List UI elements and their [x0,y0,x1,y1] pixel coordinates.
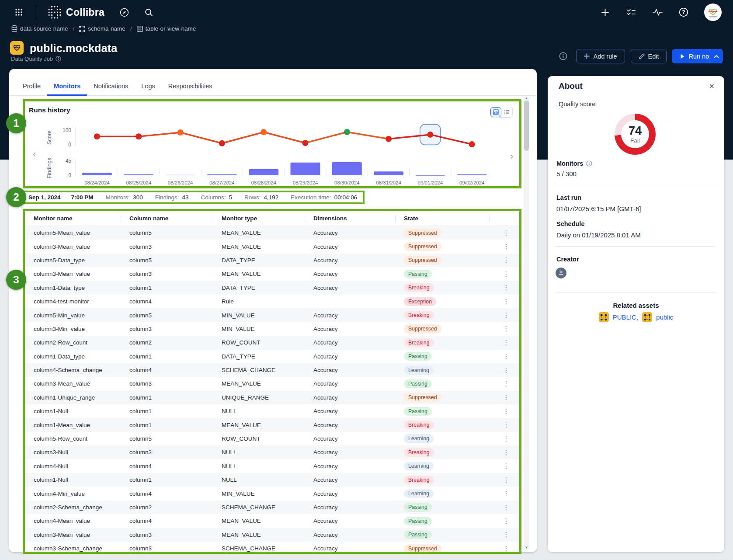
row-menu-kebab-icon[interactable]: ⋮ [489,407,519,415]
column-header-monitor-name[interactable]: Monitor name [25,211,121,226]
row-menu-kebab-icon[interactable]: ⋮ [489,421,519,429]
row-menu-kebab-icon[interactable]: ⋮ [489,490,519,497]
related-asset-link[interactable]: PUBLIC, [613,313,638,321]
app-grid-icon[interactable] [13,7,24,18]
edit-button[interactable]: Edit [631,49,667,63]
table-row[interactable]: column1-Unique_rangecolumn1UNIQUE_RANGEA… [25,391,519,404]
table-row[interactable]: column4-Min_valuecolumn4MIN_VALUEAccurac… [25,487,519,500]
column-header-monitor-type[interactable]: Monitor type [213,211,305,226]
table-row[interactable]: column1-Data_typecolumn1DATA_TYPEAccurac… [25,281,519,295]
score-point[interactable] [386,136,392,142]
row-menu-kebab-icon[interactable]: ⋮ [489,476,519,484]
table-row[interactable]: column4-Nullcolumn4NULLAccuracyLearning⋮ [25,459,519,473]
related-asset-link[interactable]: public [656,313,673,321]
vertical-scrollbar[interactable]: ▲ ▼ [524,97,529,550]
user-avatar[interactable] [704,3,722,21]
table-row[interactable]: column1-Data_typecolumn1DATA_TYPEAccurac… [25,350,519,363]
tab-responsibilities[interactable]: Responsibilities [162,78,219,96]
table-row[interactable]: column3-Mean_valuecolumn3MEAN_VALUEAccur… [25,528,519,542]
activity-icon[interactable] [652,7,663,18]
findings-bar[interactable] [374,171,403,175]
scrollbar-thumb[interactable] [524,101,529,151]
column-header-state[interactable]: State [395,211,489,226]
findings-bar[interactable] [207,174,237,175]
compass-icon[interactable] [118,7,130,18]
findings-bar[interactable] [457,174,487,175]
scrollbar-down-arrow-icon[interactable]: ▼ [524,546,529,550]
run-now-dropdown-button[interactable] [709,49,723,63]
info-icon[interactable] [56,56,61,62]
help-icon[interactable]: ? [678,7,689,18]
row-menu-kebab-icon[interactable]: ⋮ [489,298,519,306]
findings-bar[interactable] [332,162,362,175]
tab-notifications[interactable]: Notifications [87,78,135,96]
score-point[interactable] [344,129,350,135]
tab-logs[interactable]: Logs [135,78,161,96]
score-point[interactable] [94,133,100,139]
table-row[interactable]: column1-Nullcolumn1NULLAccuracyBreaking⋮ [25,473,519,487]
breadcrumb-item-table[interactable]: table-or-view-name [137,25,196,32]
column-header-dimensions[interactable]: Dimensions [305,211,395,226]
score-point[interactable] [219,140,225,146]
tasks-icon[interactable] [625,7,637,18]
header-info-icon[interactable] [559,52,567,62]
score-point[interactable] [302,140,309,146]
table-row[interactable]: column3-Min_valuecolumn3MIN_VALUEAccurac… [25,322,519,336]
findings-bar[interactable] [124,174,153,175]
search-icon[interactable] [143,7,154,18]
table-row[interactable]: column4-Schema_changecolumn4SCHEMA_CHANG… [25,363,519,377]
breadcrumb-item-schema[interactable]: schema-name [79,25,125,32]
score-point[interactable] [135,133,142,139]
scrollbar-up-arrow-icon[interactable]: ▲ [524,96,529,100]
table-row[interactable]: column5-Mean_valuecolumn5MEAN_VALUEAccur… [25,226,519,240]
column-header-column-name[interactable]: Column name [121,211,213,226]
table-row[interactable]: column4-Mean_valuecolumn4MEAN_VALUEAccur… [25,514,519,528]
findings-bar[interactable] [415,175,445,176]
table-row[interactable]: column1-Nullcolumn1NULLAccuracyPassing⋮ [25,404,519,418]
score-point[interactable] [427,132,433,138]
row-menu-kebab-icon[interactable]: ⋮ [489,284,519,292]
row-menu-kebab-icon[interactable]: ⋮ [489,229,519,237]
row-menu-kebab-icon[interactable]: ⋮ [489,449,519,456]
table-row[interactable]: column4-test-monitorcolumn4RuleException… [25,295,519,308]
row-menu-kebab-icon[interactable]: ⋮ [489,504,519,511]
table-row[interactable]: column3-Mean_valuecolumn3MEAN_VALUEAccur… [25,240,519,253]
findings-bar[interactable] [166,175,195,176]
table-row[interactable]: column2-Schema_changecolumn2SCHEMA_CHANG… [25,501,519,514]
table-row[interactable]: column3-Nullcolumn3NULLAccuracyBreaking⋮ [25,445,519,459]
row-menu-kebab-icon[interactable]: ⋮ [489,517,519,525]
tab-profile[interactable]: Profile [16,78,47,96]
row-menu-kebab-icon[interactable]: ⋮ [489,435,519,443]
row-menu-kebab-icon[interactable]: ⋮ [489,531,519,539]
row-menu-kebab-icon[interactable]: ⋮ [489,311,519,319]
table-row[interactable]: column5-Min_valuecolumn5MIN_VALUEAccurac… [25,308,519,322]
table-row[interactable]: column5-Row_countcolumn5ROW_COUNTAccurac… [25,432,519,445]
tab-monitors[interactable]: Monitors [47,78,87,96]
row-menu-kebab-icon[interactable]: ⋮ [489,243,519,250]
findings-bar[interactable] [291,163,320,175]
row-menu-kebab-icon[interactable]: ⋮ [489,270,519,278]
row-menu-kebab-icon[interactable]: ⋮ [489,256,519,264]
table-row[interactable]: column3-Schema_changecolumn3SCHEMA_CHANG… [25,542,519,554]
info-icon[interactable] [586,160,592,167]
table-row[interactable]: column1-Mean_valuecolumn1MEAN_VALUEAccur… [25,418,519,431]
creator-avatar[interactable] [556,268,566,278]
score-point[interactable] [261,129,267,135]
collibra-logo[interactable]: Collibra [48,5,104,19]
score-point[interactable] [469,141,475,147]
row-menu-kebab-icon[interactable]: ⋮ [489,339,519,347]
add-rule-button[interactable]: Add rule [576,49,625,63]
table-row[interactable]: column5-Data_typecolumn5DATA_TYPEAccurac… [25,254,519,267]
table-row[interactable]: column3-Mean_valuecolumn3MEAN_VALUEAccur… [25,267,519,281]
breadcrumb-item-datasource[interactable]: data-source-name [11,25,68,32]
row-menu-kebab-icon[interactable]: ⋮ [489,352,519,360]
row-menu-kebab-icon[interactable]: ⋮ [489,380,519,388]
table-row[interactable]: column3-Mean_valuecolumn3MEAN_VALUEAccur… [25,377,519,390]
row-menu-kebab-icon[interactable]: ⋮ [489,366,519,374]
table-row[interactable]: column2-Row_countcolumn2ROW_COUNTAccurac… [25,336,519,349]
add-icon[interactable] [599,7,611,18]
row-menu-kebab-icon[interactable]: ⋮ [489,462,519,470]
row-menu-kebab-icon[interactable]: ⋮ [489,545,519,553]
score-point[interactable] [177,129,184,136]
findings-bar[interactable] [249,169,278,175]
